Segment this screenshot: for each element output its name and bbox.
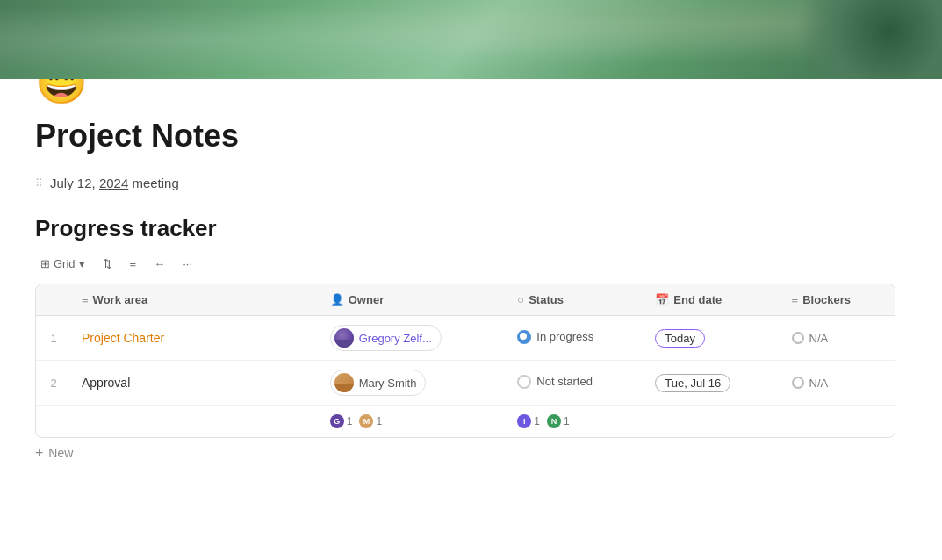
- owner-chip[interactable]: Mary Smith: [330, 370, 427, 396]
- page-title: Project Notes: [35, 118, 907, 154]
- th-owner[interactable]: 👤 Owner: [320, 284, 507, 316]
- mini-avatar-n: N: [547, 414, 561, 428]
- mini-avatar-i: I: [517, 414, 531, 428]
- th-blockers[interactable]: ≡ Blockers: [781, 284, 895, 316]
- owner-cell[interactable]: Mary Smith: [320, 361, 507, 406]
- filter-button[interactable]: ≡: [125, 255, 142, 273]
- count-i: 1: [534, 415, 540, 427]
- th-end-date[interactable]: 📅 End date: [644, 284, 780, 316]
- row-number: 1: [36, 316, 71, 361]
- owner-name: Gregory Zelf...: [359, 332, 432, 345]
- summary-chip-m: M 1: [359, 414, 382, 428]
- count-m: 1: [376, 415, 382, 427]
- status-text: Not started: [536, 375, 593, 388]
- blockers-text: N/A: [809, 332, 829, 345]
- circle-icon: ○: [517, 293, 524, 306]
- status-text: In progress: [536, 330, 593, 343]
- status-chip: In progress: [517, 330, 593, 344]
- table-toolbar: ⊞ Grid ▾ ⇅ ≡ ↔ ···: [35, 255, 907, 273]
- table-header-row: ≡ Work area 👤 Owner ○ Status: [36, 284, 895, 316]
- drag-handle-icon: ⠿: [35, 177, 43, 190]
- blockers-content: N/A: [792, 377, 884, 390]
- table-wrapper: ≡ Work area 👤 Owner ○ Status: [35, 284, 895, 438]
- resize-icon: ↔: [154, 257, 165, 270]
- blockers-text: N/A: [809, 377, 829, 390]
- status-icon: [517, 375, 531, 389]
- status-summary-cell: I 1 N 1: [507, 406, 644, 438]
- grid-icon: ⊞: [40, 257, 50, 270]
- plus-icon: +: [35, 445, 43, 461]
- status-summary: I 1 N 1: [517, 414, 634, 428]
- cover-image: [0, 0, 942, 79]
- radio-circle-icon: [792, 332, 804, 344]
- new-label: New: [48, 446, 73, 460]
- owner-name: Mary Smith: [359, 377, 417, 390]
- owner-chip[interactable]: Gregory Zelf...: [330, 325, 442, 351]
- more-button[interactable]: ···: [177, 255, 198, 273]
- work-area-text: Project Charter: [82, 331, 164, 345]
- th-status-label: Status: [529, 293, 564, 306]
- section-title: Progress tracker: [35, 215, 907, 242]
- progress-table: ≡ Work area 👤 Owner ○ Status: [36, 284, 895, 437]
- summary-chip-n: N 1: [547, 414, 570, 428]
- summary-chip-g: G 1: [330, 414, 353, 428]
- table-row: 1 Project Charter Gregory Zelf... In: [36, 316, 895, 361]
- count-g: 1: [347, 415, 353, 427]
- avatar: [334, 373, 354, 392]
- th-blockers-label: Blockers: [802, 293, 851, 306]
- radio-circle-icon: [792, 377, 804, 389]
- work-area-cell[interactable]: Approval: [71, 361, 320, 406]
- row-number: 2: [36, 361, 71, 406]
- end-date-cell[interactable]: Tue, Jul 16: [644, 361, 780, 406]
- year-link[interactable]: 2024: [99, 176, 128, 190]
- count-n: 1: [564, 415, 570, 427]
- work-area-text: Approval: [82, 376, 130, 390]
- mini-avatar-m: M: [359, 414, 373, 428]
- avatar: [334, 328, 354, 348]
- calendar-icon: 📅: [655, 293, 669, 306]
- more-icon: ···: [183, 257, 192, 270]
- sort-icon: ⇅: [103, 257, 112, 270]
- blockers-content: N/A: [792, 332, 884, 345]
- owner-summary: G 1 M 1: [330, 414, 497, 428]
- th-owner-label: Owner: [349, 293, 384, 306]
- th-end-date-label: End date: [673, 293, 722, 306]
- resize-button[interactable]: ↔: [148, 255, 170, 273]
- blockers-cell[interactable]: N/A: [781, 361, 895, 406]
- grid-view-button[interactable]: ⊞ Grid ▾: [35, 255, 90, 273]
- sort-button[interactable]: ⇅: [97, 255, 118, 273]
- th-status[interactable]: ○ Status: [507, 284, 644, 316]
- th-work-area-label: Work area: [93, 293, 148, 306]
- status-chip: Not started: [517, 375, 593, 389]
- th-work-area[interactable]: ≡ Work area: [71, 284, 320, 316]
- person-icon: 👤: [330, 293, 344, 306]
- blockers-cell[interactable]: N/A: [781, 316, 895, 361]
- end-date-cell[interactable]: Today: [644, 316, 780, 361]
- blockers-list-icon: ≡: [792, 293, 799, 306]
- grid-label: Grid: [54, 257, 76, 270]
- mini-avatar-g: G: [330, 414, 344, 428]
- owner-summary-cell: G 1 M 1: [320, 406, 507, 438]
- work-area-cell[interactable]: Project Charter: [71, 316, 320, 361]
- table-footer-row: G 1 M 1 I 1: [36, 406, 895, 438]
- status-cell[interactable]: In progress: [507, 316, 644, 361]
- status-cell[interactable]: Not started: [507, 361, 644, 406]
- chevron-down-icon: ▾: [79, 257, 85, 270]
- summary-chip-i: I 1: [517, 414, 540, 428]
- owner-cell[interactable]: Gregory Zelf...: [320, 316, 507, 361]
- text-block: ⠿ July 12, 2024 meeting: [35, 176, 907, 190]
- subtitle-text: July 12, 2024 meeting: [50, 176, 179, 190]
- date-chip[interactable]: Tue, Jul 16: [655, 374, 730, 392]
- new-row-button[interactable]: + New: [35, 438, 73, 468]
- filter-icon: ≡: [130, 257, 137, 270]
- date-chip[interactable]: Today: [655, 329, 705, 348]
- status-icon: [517, 330, 531, 344]
- th-number: [36, 284, 71, 316]
- list-icon: ≡: [82, 293, 89, 306]
- table-row: 2 Approval Mary Smith Not started: [36, 361, 895, 406]
